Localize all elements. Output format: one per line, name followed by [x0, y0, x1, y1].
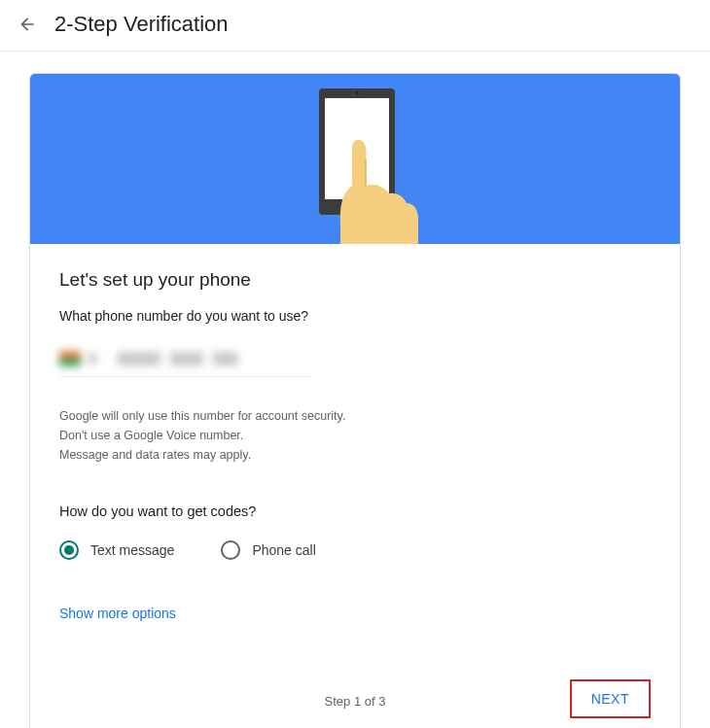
page-header: 2-Step Verification	[0, 0, 710, 52]
next-button[interactable]: NEXT	[570, 679, 651, 718]
radio-selected-icon	[59, 540, 79, 560]
show-more-options-link[interactable]: Show more options	[59, 606, 176, 621]
radio-text-message[interactable]: Text message	[59, 540, 174, 560]
phone-question: What phone number do you want to use?	[59, 308, 651, 324]
card-footer: Step 1 of 3 NEXT	[59, 679, 651, 722]
radio-label: Text message	[90, 542, 174, 558]
hero-illustration	[30, 74, 680, 244]
radio-label: Phone call	[252, 542, 315, 558]
phone-input-row[interactable]	[59, 351, 651, 366]
radio-phone-call[interactable]: Phone call	[221, 540, 315, 560]
step-indicator: Step 1 of 3	[325, 694, 386, 709]
card-content: Let's set up your phone What phone numbe…	[30, 244, 680, 728]
disclaimer-line: Google will only use this number for acc…	[59, 406, 651, 426]
svg-point-2	[356, 92, 359, 95]
back-arrow-icon[interactable]	[16, 13, 39, 36]
radio-group: Text message Phone call	[59, 540, 651, 560]
phone-number-input[interactable]	[118, 352, 238, 365]
country-dropdown-icon[interactable]	[89, 354, 96, 364]
phone-hand-icon	[282, 88, 428, 244]
radio-unselected-icon	[221, 540, 240, 560]
page-title: 2-Step Verification	[54, 12, 229, 37]
setup-heading: Let's set up your phone	[59, 269, 651, 291]
setup-card: Let's set up your phone What phone numbe…	[29, 73, 681, 728]
disclaimer-line: Don't use a Google Voice number.	[59, 426, 651, 445]
disclaimer-line: Message and data rates may apply.	[59, 445, 651, 465]
disclaimer-text: Google will only use this number for acc…	[59, 406, 651, 465]
codes-heading: How do you want to get codes?	[59, 503, 651, 519]
country-flag-icon[interactable]	[59, 351, 81, 366]
input-underline	[59, 376, 312, 377]
